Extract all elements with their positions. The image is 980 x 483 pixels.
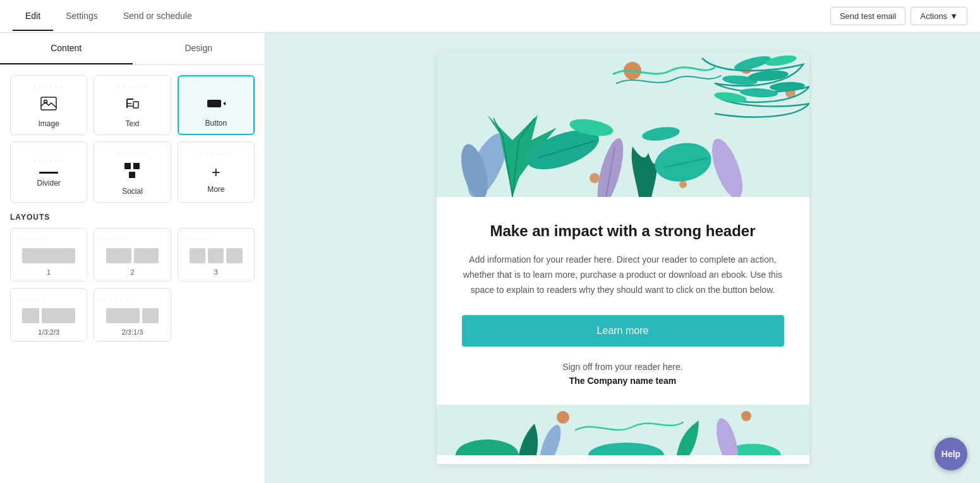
block-button[interactable]: · · · · · · Button <box>178 75 255 135</box>
layout-col <box>190 248 205 263</box>
svg-rect-6 <box>133 102 138 108</box>
nav-tabs: Edit Settings Send or schedule <box>13 2 205 31</box>
main-layout: Content Design · · · · · · Image · · · ·… <box>0 33 980 483</box>
layouts-grid: · · · · · · 1 · · · · · · 2 <box>10 228 255 342</box>
block-social-label: Social <box>122 187 143 196</box>
divider-icon <box>39 172 58 174</box>
sidebar-tabs: Content Design <box>0 33 265 65</box>
layout-col <box>106 248 131 263</box>
email-company: The Company name team <box>462 376 784 386</box>
svg-rect-10 <box>129 172 135 178</box>
layout-col <box>208 248 224 263</box>
send-test-email-button[interactable]: Send test email <box>830 7 906 25</box>
block-divider-label: Divider <box>37 179 60 188</box>
svg-point-16 <box>679 181 687 188</box>
block-more-label: More <box>207 185 224 194</box>
tab-settings[interactable]: Settings <box>53 2 111 31</box>
layout-1-3-2-3[interactable]: · · · · · · 1/3:2/3 <box>10 288 87 342</box>
svg-point-15 <box>590 173 600 183</box>
layout-1-3-2-3-label: 1/3:2/3 <box>38 328 59 336</box>
svg-rect-7 <box>207 100 221 107</box>
block-text[interactable]: · · · · · · Text <box>94 75 171 135</box>
help-button[interactable]: Help <box>935 438 967 470</box>
sidebar: Content Design · · · · · · Image · · · ·… <box>0 33 265 483</box>
svg-point-36 <box>741 411 751 421</box>
plus-icon: + <box>212 165 221 180</box>
block-divider[interactable]: · · · · · · Divider <box>10 141 87 203</box>
layout-2-label: 2 <box>130 268 134 276</box>
layout-3[interactable]: · · · · · · 3 <box>178 228 255 282</box>
email-header-image <box>437 52 809 197</box>
layout-col <box>22 248 75 263</box>
chevron-down-icon: ▼ <box>950 11 958 21</box>
layout-1-label: 1 <box>47 268 51 276</box>
layout-col <box>22 308 39 323</box>
layouts-title: LAYOUTS <box>10 213 255 222</box>
tab-edit[interactable]: Edit <box>13 2 53 31</box>
svg-rect-9 <box>133 163 140 169</box>
layout-col <box>226 248 242 263</box>
layouts-section: LAYOUTS · · · · · · 1 · · · · · · <box>0 213 265 352</box>
block-more[interactable]: · · · · · · + More <box>178 141 255 203</box>
block-image[interactable]: · · · · · · Image <box>10 75 87 135</box>
layout-1[interactable]: · · · · · · 1 <box>10 228 87 282</box>
svg-point-38 <box>588 443 664 455</box>
block-text-label: Text <box>125 119 139 128</box>
layout-col <box>106 308 140 323</box>
layout-col <box>134 248 159 263</box>
blocks-grid: · · · · · · Image · · · · · · Text · · ·… <box>0 65 265 213</box>
layout-2-3-1-3-label: 2/3:1/3 <box>122 328 143 336</box>
layout-3-label: 3 <box>214 268 218 276</box>
svg-point-41 <box>535 422 564 455</box>
block-image-label: Image <box>38 119 59 128</box>
email-body-text: Add information for your reader here. Di… <box>462 253 784 297</box>
canvas-area: Make an impact with a strong header Add … <box>265 33 980 483</box>
email-card: Make an impact with a strong header Add … <box>437 52 809 464</box>
top-nav: Edit Settings Send or schedule Send test… <box>0 0 980 33</box>
actions-button[interactable]: Actions ▼ <box>910 7 967 25</box>
layout-2[interactable]: · · · · · · 2 <box>94 228 171 282</box>
email-signoff: Sign off from your reader here. <box>462 362 784 372</box>
layout-col <box>42 308 75 323</box>
text-icon <box>124 97 140 114</box>
nav-actions: Send test email Actions ▼ <box>830 7 967 25</box>
email-heading: Make an impact with a strong header <box>462 222 784 240</box>
layout-col <box>142 308 159 323</box>
layout-2-3-1-3[interactable]: · · · · · · 2/3:1/3 <box>94 288 171 342</box>
image-icon <box>40 97 57 114</box>
block-button-label: Button <box>205 119 227 128</box>
button-icon <box>207 97 226 114</box>
block-social[interactable]: · · · · · · Social <box>94 141 171 203</box>
email-footer-image <box>437 405 809 455</box>
social-icon <box>124 163 140 182</box>
email-cta-button[interactable]: Learn more <box>462 315 784 347</box>
svg-rect-8 <box>124 163 131 169</box>
svg-point-37 <box>456 439 519 455</box>
sidebar-tab-design[interactable]: Design <box>133 33 265 64</box>
sidebar-tab-content[interactable]: Content <box>0 33 133 64</box>
tab-send-schedule[interactable]: Send or schedule <box>111 2 205 31</box>
svg-point-35 <box>557 411 569 424</box>
email-body: Make an impact with a strong header Add … <box>437 197 809 405</box>
